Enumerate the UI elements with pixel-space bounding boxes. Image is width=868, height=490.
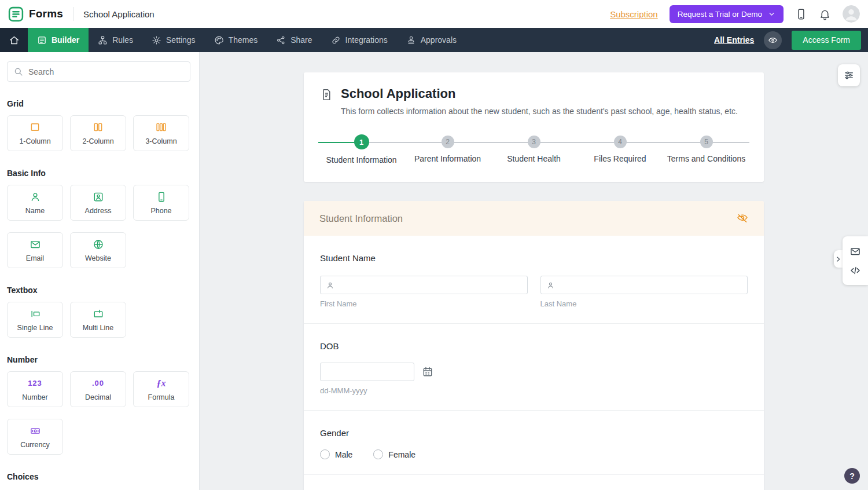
step-terms-and-conditions[interactable]: 5 Terms and Conditions [663,134,749,164]
tab-approvals[interactable]: Approvals [397,28,466,52]
field-card-label: Website [85,254,111,262]
field-card-address[interactable]: Address [70,185,126,221]
field-card-label: Address [85,207,112,215]
section-title-textbox: Textbox [7,286,190,295]
field-card-multi-line[interactable]: Multi Line [70,302,126,338]
field-card-2-column[interactable]: 2-Column [70,115,126,151]
field-card-label: Name [25,207,45,215]
request-trial-label: Request a Trial or Demo [678,10,762,19]
form-description[interactable]: This form collects information about the… [341,105,738,117]
step-number: 1 [354,134,369,149]
section-title-grid: Grid [7,99,190,108]
field-card-currency[interactable]: Currency [7,419,63,455]
field-card-email[interactable]: Email [7,232,63,268]
radio-option-label: Female [388,450,415,459]
share-icon [276,35,286,45]
eye-off-icon[interactable] [737,213,748,224]
calendar-icon[interactable] [422,366,433,378]
tab-rules[interactable]: Rules [89,28,142,52]
field-card-label: 1-Column [19,137,50,145]
step-label: Student Information [326,155,396,164]
step-number: 2 [442,136,454,148]
field-card-label: Email [26,254,44,262]
step-number: 4 [614,136,627,148]
home-tab[interactable] [0,28,28,52]
field-card-name[interactable]: Name [7,185,63,221]
last-name-input[interactable] [540,276,748,294]
field-card-formula[interactable]: ƒx Formula [133,371,189,407]
form-section-header[interactable]: Student Information [304,201,764,236]
mobile-phone-icon[interactable] [795,8,807,20]
form-section-title: Student Information [319,213,403,224]
step-label: Terms and Conditions [667,154,745,163]
field-types-sidebar: Grid 1-Column 2-Column [0,52,200,490]
person-icon [30,191,41,203]
tab-integrations[interactable]: Integrations [322,28,397,52]
next-field-block-cropped [304,475,764,490]
first-name-sublabel: First Name [320,299,528,308]
right-panel-collapse-handle[interactable] [834,250,843,268]
right-tools-panel [843,236,868,285]
app-name: Forms [29,8,63,20]
radio-circle-icon [320,449,330,459]
step-student-health[interactable]: 3 Student Health [491,134,577,164]
page-steps: 1 Student Information 2 Parent Informati… [304,125,764,182]
step-files-required[interactable]: 4 Files Required [577,134,663,164]
tab-settings[interactable]: Settings [142,28,205,52]
one-column-icon [29,121,41,133]
form-settings-float-button[interactable] [838,64,860,86]
field-card-phone[interactable]: Phone [133,185,189,221]
preview-eye-button[interactable] [764,31,782,49]
envelope-icon [30,239,41,250]
tab-share[interactable]: Share [267,28,321,52]
field-card-1-column[interactable]: 1-Column [7,115,63,151]
field-card-label: Single Line [17,324,53,332]
tab-themes[interactable]: Themes [205,28,267,52]
step-parent-information[interactable]: 2 Parent Information [404,134,491,164]
phone-icon [156,191,167,203]
field-dob[interactable]: DOB dd-MMM-yyyy [304,324,764,411]
form-section-card: Student Information Student Name [304,201,764,490]
notifications-bell-icon[interactable] [819,8,831,20]
all-entries-link[interactable]: All Entries [714,35,754,45]
dob-input[interactable] [320,363,414,381]
field-card-3-column[interactable]: 3-Column [133,115,189,151]
form-header-card[interactable]: School Application This form collects in… [304,72,764,182]
search-icon [13,67,23,76]
feedback-envelope-icon[interactable] [849,246,861,257]
step-number: 5 [700,136,713,148]
home-icon [9,35,20,46]
step-student-information[interactable]: 1 Student Information [318,134,404,164]
field-card-label: Phone [150,207,171,215]
access-form-button[interactable]: Access Form [792,31,861,50]
field-card-number[interactable]: 123 Number [7,371,63,407]
gender-radio-male[interactable]: Male [320,449,352,459]
field-card-decimal[interactable]: .00 Decimal [70,371,126,407]
field-card-website[interactable]: Website [70,232,126,268]
tab-builder[interactable]: Builder [28,28,89,52]
field-types-list: Grid 1-Column 2-Column [0,99,199,481]
first-name-input[interactable] [320,276,528,294]
field-card-single-line[interactable]: Single Line [7,302,63,338]
section-title-basic-info: Basic Info [7,169,190,178]
field-label: DOB [320,341,748,351]
field-student-name[interactable]: Student Name First Name [304,236,764,324]
number-123-icon: 123 [28,378,42,389]
help-button[interactable]: ? [844,468,860,484]
field-card-label: Multi Line [83,324,114,332]
two-column-icon [92,121,104,133]
code-icon[interactable] [849,265,861,276]
form-title[interactable]: School Application [341,86,738,101]
field-gender[interactable]: Gender Male Female [304,411,764,475]
gender-radio-female[interactable]: Female [373,449,415,459]
currency-banknote-icon [30,425,41,437]
subscription-link[interactable]: Subscription [610,9,658,19]
content-area: Grid 1-Column 2-Column [0,52,868,490]
search-input[interactable] [28,67,184,76]
app-logo[interactable]: Forms [8,6,63,22]
user-avatar[interactable] [843,5,860,23]
request-trial-button[interactable]: Request a Trial or Demo [670,5,784,23]
formula-fx-icon: ƒx [157,378,166,389]
app-window: Forms School Application Subscription Re… [0,0,868,490]
integrations-link-icon [331,35,341,45]
